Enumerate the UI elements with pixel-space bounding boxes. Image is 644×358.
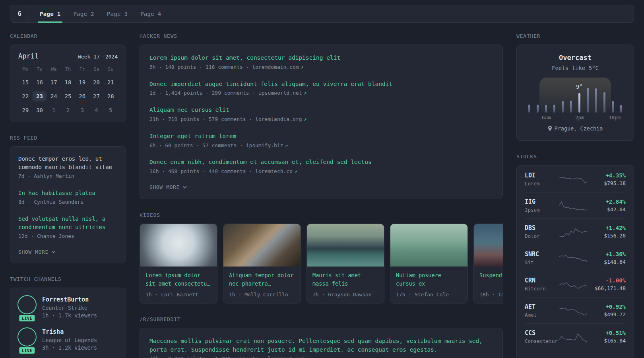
stock-row-aet[interactable]: AETAmet+0.92%$499.72 xyxy=(525,297,626,323)
weather-bar-slot xyxy=(525,88,533,113)
stock-change: +1.36% xyxy=(592,251,626,257)
rss-item-meta: 7d · Ashlyn Martin xyxy=(18,173,118,180)
hackernews-show-more-button[interactable]: SHOW MORE xyxy=(149,184,187,190)
hackernews-item-meta: 16h · 468 points · 440 comments · loremt… xyxy=(149,168,493,175)
stock-ticker: LDI xyxy=(525,172,555,179)
weather-bar xyxy=(612,101,614,113)
calendar-day: 2 xyxy=(61,105,75,115)
weather-bar-slot xyxy=(542,88,550,113)
rss-list: Donec tempor eros leo, ut commodo mauris… xyxy=(18,155,118,240)
calendar-day: 15 xyxy=(18,77,33,88)
external-link-icon: ↗ xyxy=(299,64,304,70)
videos-widget: VIDEOS Lorem ipsum dolor sit amet consec… xyxy=(140,212,503,304)
chevron-down-icon xyxy=(51,251,56,253)
hackernews-item-title[interactable]: Lorem ipsum dolor sit amet, consectetur … xyxy=(149,54,493,62)
weather-bar xyxy=(528,105,530,113)
subreddit-item-meta-text: 19h · 9,932 points · 1,090 comments · lo… xyxy=(149,356,305,358)
rss-item-meta-text: 12d · Chance Jones xyxy=(18,233,74,239)
stock-row-crn[interactable]: CRNBitcorn-1.00%$66,171.48 xyxy=(525,271,626,297)
calendar-week-year: Week 17·2024 xyxy=(78,54,118,60)
videos-widget-title: VIDEOS xyxy=(140,212,503,218)
calendar-day: 24 xyxy=(47,91,61,101)
live-badge: LIVE xyxy=(18,346,35,354)
calendar-day: 27 xyxy=(89,91,104,101)
calendar-weekday: Mo xyxy=(18,66,33,74)
hackernews-item-title[interactable]: Donec imperdiet augue tincidunt felis al… xyxy=(149,80,493,89)
left-column: CALENDAR April Week 17·2024 MoTuWeThFrSa… xyxy=(10,33,126,358)
rss-show-more-button[interactable]: SHOW MORE xyxy=(18,249,56,255)
calendar-day: 3 xyxy=(75,105,89,115)
stock-row-iig[interactable]: IIGIpsum+2.84%$42.04 xyxy=(525,192,626,218)
weather-bar xyxy=(587,88,589,113)
weather-time-label: 2pm xyxy=(575,115,584,121)
video-card[interactable]: Lorem ipsum dolor sit amet consectetu…1h… xyxy=(140,224,217,304)
stock-info: DBSDolor xyxy=(525,224,555,239)
subreddit-widget: /R/SUBREDDIT Maecenas mollis pulvinar er… xyxy=(140,316,503,358)
stock-row-ahs[interactable]: AHS+0.46% xyxy=(525,350,626,358)
video-card[interactable]: Suspendisse diam18h · Tara xyxy=(473,224,503,304)
calendar-year: 2024 xyxy=(105,54,118,60)
hackernews-item: Donec enim nibh, condimentum et accumsan… xyxy=(149,158,493,175)
weather-card: Overcast Feels like 5°C 9°6am2pm10pm Pra… xyxy=(516,45,634,141)
twitch-channel-info: TrishaLeague of Legends3h · 1.2k viewers xyxy=(42,328,97,351)
stock-name: Amet xyxy=(525,312,555,318)
video-thumbnail xyxy=(223,224,301,267)
weather-time-labels: 6am2pm10pm xyxy=(525,113,625,121)
stock-info: SNRCSit xyxy=(525,251,555,265)
nav-tab-page-4[interactable]: Page 4 xyxy=(140,5,161,22)
external-link-icon: ↗ xyxy=(283,142,288,148)
video-title: Nullam posuere cursus ex xyxy=(396,271,462,288)
calendar-day: 16 xyxy=(33,77,47,88)
video-card[interactable]: Mauris sit amet massa felis7h · Grayson … xyxy=(306,224,384,304)
rss-card: Donec tempor eros leo, ut commodo mauris… xyxy=(10,146,126,263)
show-more-label: SHOW MORE xyxy=(18,249,48,255)
rss-item-meta-text: 7d · Ashlyn Martin xyxy=(18,173,74,179)
rss-item-title[interactable]: Sed volutpat nulla nisl, a condimentum n… xyxy=(18,215,118,232)
dashboard-grid: CALENDAR April Week 17·2024 MoTuWeThFrSa… xyxy=(0,33,644,358)
video-thumbnail xyxy=(307,224,384,267)
stock-values: +1.36%$148.64 xyxy=(592,251,626,265)
twitch-channel-row[interactable]: LIVETrishaLeague of Legends3h · 1.2k vie… xyxy=(18,328,118,351)
rss-item-title[interactable]: Donec tempor eros leo, ut commodo mauris… xyxy=(18,155,118,171)
twitch-channel-meta: 1h · 1.7k viewers xyxy=(42,312,97,319)
stock-row-dbs[interactable]: DBSDolor+1.42%$156.28 xyxy=(525,218,626,245)
stock-sparkline xyxy=(559,173,588,185)
stock-row-ldi[interactable]: LDILorem+4.35%$795.18 xyxy=(525,166,626,192)
video-thumbnail xyxy=(474,224,503,267)
twitch-channel-row[interactable]: LIVEForrestBurtonCounter-Strike1h · 1.7k… xyxy=(18,296,118,319)
twitch-channel-game: Counter-Strike xyxy=(42,305,97,311)
external-link-icon: ↗ xyxy=(293,168,297,174)
stock-price: $66,171.48 xyxy=(592,285,626,291)
calendar-weekday: Tu xyxy=(33,66,47,74)
twitch-avatar-wrap: LIVE xyxy=(18,296,36,319)
stock-info: IIGIpsum xyxy=(525,198,555,213)
subreddit-item-title[interactable]: Maecenas mollis pulvinar erat non posuer… xyxy=(149,337,493,354)
hackernews-item-title[interactable]: Donec enim nibh, condimentum et accumsan… xyxy=(149,158,493,167)
stock-ticker: SNRC xyxy=(525,251,555,258)
location-pin-icon xyxy=(548,126,552,131)
hackernews-card: Lorem ipsum dolor sit amet, consectetur … xyxy=(140,45,503,199)
calendar-weekday: Su xyxy=(103,66,118,74)
weather-bar xyxy=(595,88,597,113)
stock-name: Dolor xyxy=(525,233,555,239)
stock-row-snrc[interactable]: SNRCSit+1.36%$148.64 xyxy=(525,245,626,271)
stock-row-ccs[interactable]: CCSConsectetur+0.51%$165.84 xyxy=(525,323,626,350)
video-card[interactable]: Nullam posuere cursus ex17h · Stefan Col… xyxy=(390,224,468,304)
weather-bar-slot xyxy=(600,88,609,113)
app-logo[interactable]: G xyxy=(10,5,29,22)
video-thumbnail xyxy=(390,224,467,267)
weather-bar-slot xyxy=(609,88,617,113)
hackernews-item-title[interactable]: Integer eget rutrum lorem xyxy=(149,132,493,141)
nav-tab-page-1[interactable]: Page 1 xyxy=(40,5,60,22)
nav-tab-page-3[interactable]: Page 3 xyxy=(107,5,128,22)
hackernews-item-meta-text: 16h · 468 points · 440 comments · loremt… xyxy=(149,168,293,174)
calendar-day: 4 xyxy=(89,105,104,115)
video-card[interactable]: Aliquam tempor dolor nec pharetra…1h · M… xyxy=(223,224,301,304)
weather-time-label: 10pm xyxy=(609,115,617,121)
video-meta: 17h · Stefan Cole xyxy=(396,292,462,298)
rss-item-title[interactable]: In hac habitasse platea xyxy=(18,189,118,197)
video-card-body: Aliquam tempor dolor nec pharetra…1h · M… xyxy=(223,267,301,303)
nav-tab-page-2[interactable]: Page 2 xyxy=(73,5,94,22)
hackernews-item-title[interactable]: Aliquam nec cursus elit xyxy=(149,106,493,115)
video-thumbnail xyxy=(140,224,217,267)
